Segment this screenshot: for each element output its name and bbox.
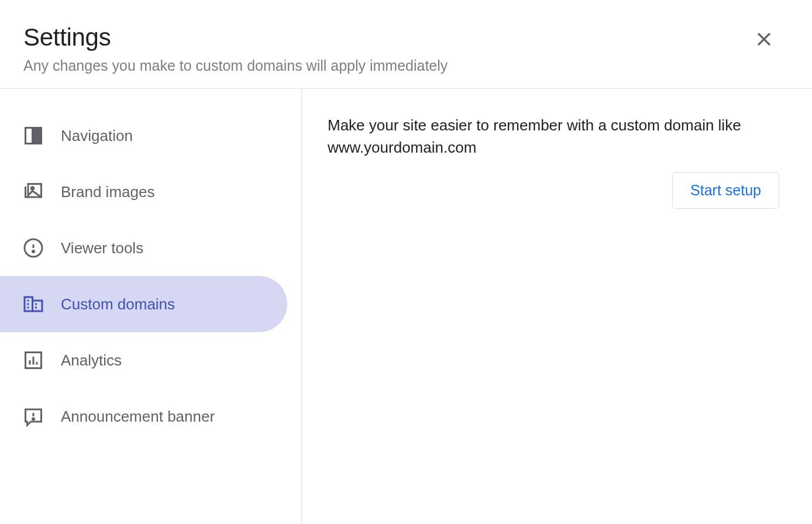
- sidebar-item-brand-images[interactable]: Brand images: [0, 164, 301, 220]
- viewer-tools-icon: [22, 237, 44, 259]
- custom-domains-icon: [22, 293, 44, 315]
- svg-point-5: [31, 187, 34, 190]
- page-title: Settings: [23, 23, 789, 51]
- close-icon: [754, 29, 774, 51]
- dialog-header: Settings Any changes you make to custom …: [0, 0, 812, 89]
- sidebar-item-label: Brand images: [61, 183, 154, 201]
- analytics-icon: [22, 349, 44, 371]
- close-button[interactable]: [750, 26, 778, 54]
- settings-content: Make your site easier to remember with a…: [302, 89, 812, 524]
- dialog-body: Navigation Brand images: [0, 89, 812, 524]
- page-subtitle: Any changes you make to custom domains w…: [23, 57, 789, 74]
- sidebar-item-announcement-banner[interactable]: Announcement banner: [0, 388, 301, 444]
- svg-point-8: [33, 251, 35, 253]
- sidebar-item-label: Viewer tools: [61, 239, 143, 257]
- brand-images-icon: [22, 181, 44, 203]
- sidebar-item-viewer-tools[interactable]: Viewer tools: [0, 220, 301, 276]
- navigation-icon: [22, 125, 44, 147]
- svg-rect-10: [33, 301, 43, 311]
- announcement-banner-icon: [22, 405, 44, 428]
- sidebar-item-label: Custom domains: [61, 295, 175, 313]
- start-setup-button[interactable]: Start setup: [672, 172, 779, 209]
- svg-rect-3: [33, 128, 42, 144]
- sidebar-item-label: Announcement banner: [61, 408, 215, 426]
- sidebar-item-navigation[interactable]: Navigation: [0, 108, 301, 164]
- sidebar-item-label: Navigation: [61, 127, 133, 145]
- custom-domain-description: Make your site easier to remember with a…: [328, 115, 779, 158]
- settings-sidebar: Navigation Brand images: [0, 89, 302, 524]
- svg-point-21: [33, 418, 35, 420]
- settings-dialog: Settings Any changes you make to custom …: [0, 0, 812, 524]
- sidebar-item-custom-domains[interactable]: Custom domains: [0, 276, 287, 332]
- sidebar-item-label: Analytics: [61, 351, 122, 370]
- sidebar-item-analytics[interactable]: Analytics: [0, 332, 301, 388]
